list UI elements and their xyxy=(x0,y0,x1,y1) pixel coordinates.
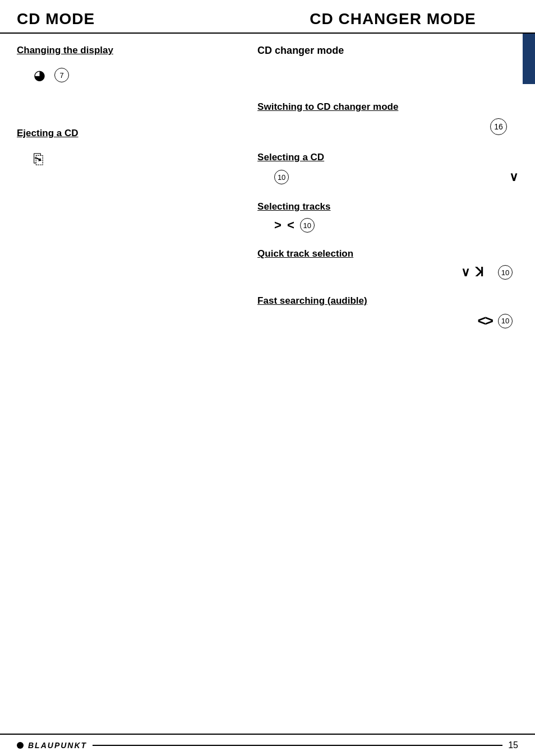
fast-searching-section: Fast searching (audible) <> 10 xyxy=(257,295,518,330)
left-column: Changing the display ◕ 7 Ejecting a CD ⎘ xyxy=(17,34,257,345)
header-right: CD CHANGER MODE xyxy=(268,10,518,28)
switching-icons: 16 xyxy=(274,118,507,135)
quick-track-heading: Quick track selection xyxy=(257,248,518,259)
brand-logo: BLAUPUNKT xyxy=(17,741,87,750)
num-10c-badge: 10 xyxy=(498,265,513,280)
arrow-left-icon: < xyxy=(287,218,294,233)
clock-icon: ◕ xyxy=(34,67,45,83)
selecting-tracks-heading: Selecting tracks xyxy=(257,201,518,212)
ejecting-cd-heading: Ejecting a CD xyxy=(17,128,79,139)
arrow-dn2-icon: ∨ xyxy=(461,265,470,280)
brand-name: BLAUPUNKT xyxy=(28,741,87,750)
quick-track-section: Quick track selection ∨ ꓘ 10 xyxy=(257,248,518,280)
blue-side-tab xyxy=(523,34,535,84)
num-10a-badge: 10 xyxy=(274,170,289,184)
ejecting-cd-section: Ejecting a CD ⎘ xyxy=(17,128,246,168)
ejecting-cd-icons: ⎘ xyxy=(34,150,246,168)
arrow-down-icon: ∨ xyxy=(509,170,518,184)
switching-cd-changer-section: Switching to CD changer mode 16 xyxy=(257,101,518,135)
num-7-badge: 7 xyxy=(54,68,69,82)
arrows-both-icon: <> xyxy=(478,312,492,330)
num-10d-badge: 10 xyxy=(498,314,513,328)
cd-changer-main-heading: CD changer mode xyxy=(257,45,344,56)
right-column: CD changer mode Switching to CD changer … xyxy=(257,34,518,345)
arrow-right-icon: > xyxy=(274,218,282,233)
arrow-up2-icon: ꓘ xyxy=(476,265,483,280)
page-header: CD MODE CD CHANGER MODE xyxy=(0,0,535,34)
quick-track-icons: ∨ ꓘ 10 xyxy=(274,265,513,280)
footer-divider xyxy=(93,745,502,746)
right-header-title: CD CHANGER MODE xyxy=(310,10,476,27)
cd-changer-heading-block: CD changer mode xyxy=(257,45,518,57)
switching-cd-heading: Switching to CD changer mode xyxy=(257,101,518,113)
selecting-tracks-section: Selecting tracks > < 10 xyxy=(257,201,518,233)
eject-icon: ⎘ xyxy=(34,150,43,168)
changing-display-section: Changing the display ◕ 7 xyxy=(17,45,246,83)
selecting-cd-icons: 10  ∨ xyxy=(274,169,518,185)
changing-display-icons: ◕ 7 xyxy=(34,67,246,83)
selecting-cd-section: Selecting a CD 10  ∨ xyxy=(257,152,518,185)
page: CD MODE CD CHANGER MODE Changing the dis… xyxy=(0,0,535,756)
selecting-cd-heading: Selecting a CD xyxy=(257,152,518,163)
left-header-title: CD MODE xyxy=(17,10,95,27)
fast-searching-icons: <> 10 xyxy=(274,312,513,330)
header-left: CD MODE xyxy=(17,10,268,28)
selecting-tracks-icons: > < 10 xyxy=(274,218,518,233)
fast-searching-heading: Fast searching (audible) xyxy=(257,295,518,307)
changing-display-heading: Changing the display xyxy=(17,45,113,56)
page-footer: BLAUPUNKT 15 xyxy=(0,734,535,756)
num-16-badge: 16 xyxy=(490,118,507,135)
page-number: 15 xyxy=(508,740,518,750)
num-10b-badge: 10 xyxy=(300,218,315,233)
bullet-icon xyxy=(17,742,24,749)
main-content: Changing the display ◕ 7 Ejecting a CD ⎘… xyxy=(0,34,535,345)
